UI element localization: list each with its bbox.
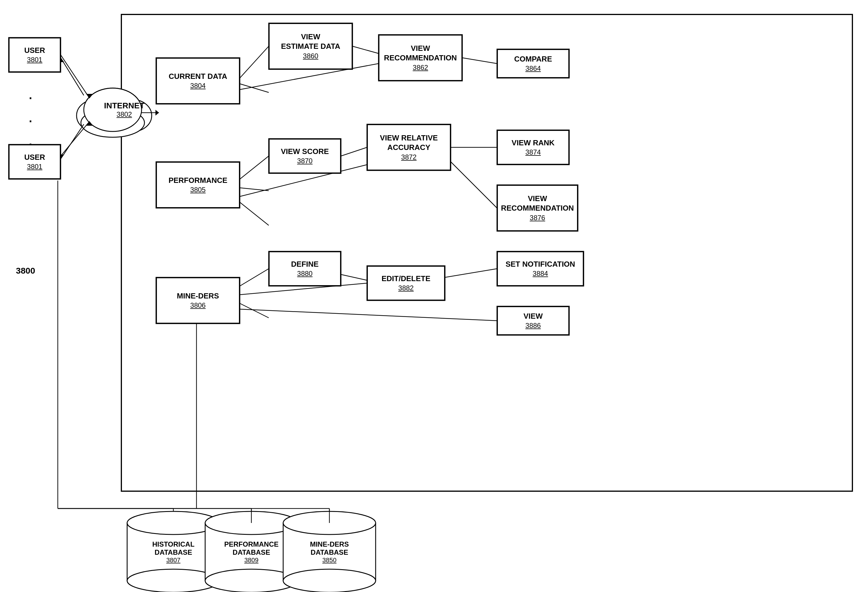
view-relative-ref: 3872: [401, 152, 416, 161]
svg-line-34: [353, 46, 378, 53]
user-bottom-ref: 3801: [27, 162, 42, 171]
svg-line-49: [445, 269, 497, 278]
view-score-ref: 3870: [297, 156, 312, 165]
svg-line-41: [341, 148, 367, 156]
user-top-box: USER 3801: [9, 38, 61, 72]
svg-point-61: [205, 511, 298, 534]
performance-box: PERFORMANCE 3805: [156, 162, 240, 208]
view-recommendation-2-box: VIEWRECOMMENDATION 3876: [497, 185, 578, 231]
edit-delete-ref: 3882: [398, 283, 413, 292]
svg-point-62: [205, 569, 298, 592]
internet-ref: 3802: [117, 110, 132, 118]
internet-label: INTERNET 3802: [88, 101, 160, 118]
view-3886-box: VIEW 3886: [497, 306, 569, 335]
define-box: DEFINE 3880: [269, 251, 341, 286]
view-3886-ref: 3886: [525, 321, 540, 330]
svg-line-40: [240, 202, 269, 225]
user-bottom-box: USER 3801: [9, 145, 61, 179]
current-data-box: CURRENT DATA 3804: [156, 58, 240, 104]
historical-db-ref: 3807: [167, 557, 181, 564]
performance-ref: 3805: [190, 185, 205, 194]
set-notification-box: SET NOTIFICATION 3884: [497, 251, 584, 286]
svg-line-46: [240, 303, 269, 318]
mine-ders-ref: 3806: [190, 301, 205, 310]
svg-line-12: [61, 121, 90, 156]
view-score-label: VIEW SCORE: [281, 147, 329, 156]
svg-line-8: [61, 55, 90, 98]
edit-delete-box: EDIT/DELETE 3882: [367, 266, 445, 300]
user-top-label: USER: [24, 46, 45, 56]
view-recommendation-2-ref: 3876: [530, 213, 545, 222]
svg-line-36: [462, 58, 497, 63]
svg-line-48: [341, 275, 367, 280]
svg-line-38: [240, 188, 269, 191]
svg-line-37: [240, 156, 269, 179]
view-score-box: VIEW SCORE 3870: [269, 139, 341, 173]
svg-line-14: [61, 124, 84, 159]
diagram-id: 3800: [16, 266, 35, 276]
performance-label: PERFORMANCE: [168, 176, 227, 186]
view-recommendation-2-label: VIEWRECOMMENDATION: [501, 194, 574, 214]
svg-point-58: [127, 511, 220, 534]
mine-ders-db-ref: 3850: [322, 557, 337, 564]
set-notification-ref: 3884: [533, 269, 548, 278]
view-rank-ref: 3874: [525, 148, 540, 156]
view-estimate-box: VIEWESTIMATE DATA 3860: [269, 23, 353, 69]
view-3886-label: VIEW: [524, 312, 543, 321]
define-ref: 3880: [297, 269, 312, 278]
compare-label: COMPARE: [514, 54, 552, 64]
view-estimate-label: VIEWESTIMATE DATA: [281, 32, 340, 52]
view-relative-box: VIEW RELATIVEACCURACY 3872: [367, 124, 451, 170]
view-relative-label: VIEW RELATIVEACCURACY: [380, 133, 438, 153]
view-recommendation-1-label: VIEWRECOMMENDATION: [384, 44, 457, 63]
view-rank-label: VIEW RANK: [512, 138, 555, 148]
svg-line-33: [240, 84, 269, 93]
view-recommendation-1-ref: 3862: [413, 63, 428, 72]
current-data-label: CURRENT DATA: [169, 72, 227, 81]
svg-line-10: [61, 58, 84, 95]
mine-ders-db-label: MINE-DERSDATABASE 3850: [283, 540, 376, 564]
user-bottom-label: USER: [24, 152, 45, 162]
define-label: DEFINE: [291, 260, 319, 269]
dot-separator: ···: [29, 87, 32, 156]
svg-point-59: [127, 569, 220, 592]
svg-point-64: [283, 511, 376, 534]
performance-db-ref: 3809: [244, 557, 258, 564]
current-data-ref: 3804: [190, 81, 205, 90]
mine-ders-label: MINE-DERS: [177, 291, 219, 301]
svg-line-43: [451, 162, 497, 208]
view-rank-box: VIEW RANK 3874: [497, 130, 569, 165]
set-notification-label: SET NOTIFICATION: [506, 260, 575, 269]
edit-delete-label: EDIT/DELETE: [381, 274, 430, 284]
compare-box: COMPARE 3864: [497, 49, 569, 78]
view-estimate-ref: 3860: [303, 52, 318, 61]
user-top-ref: 3801: [27, 55, 42, 64]
mine-ders-box: MINE-DERS 3806: [156, 278, 240, 323]
compare-ref: 3864: [525, 64, 540, 73]
diagram-container: USER 3801 USER 3801 ··· INTERNET 3802 38…: [0, 0, 868, 592]
svg-line-47: [240, 309, 497, 321]
svg-point-65: [283, 569, 376, 592]
svg-line-32: [240, 46, 269, 78]
svg-line-44: [240, 269, 269, 286]
svg-marker-9: [86, 94, 93, 98]
view-recommendation-1-box: VIEWRECOMMENDATION 3862: [378, 35, 462, 81]
svg-marker-13: [86, 121, 93, 125]
